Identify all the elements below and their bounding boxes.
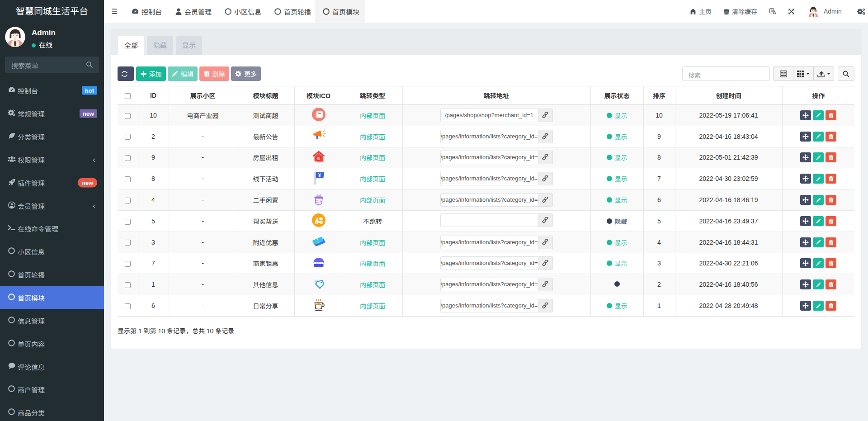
svg-text:二手: 二手 [316, 200, 322, 203]
svg-text:租: 租 [317, 156, 321, 161]
